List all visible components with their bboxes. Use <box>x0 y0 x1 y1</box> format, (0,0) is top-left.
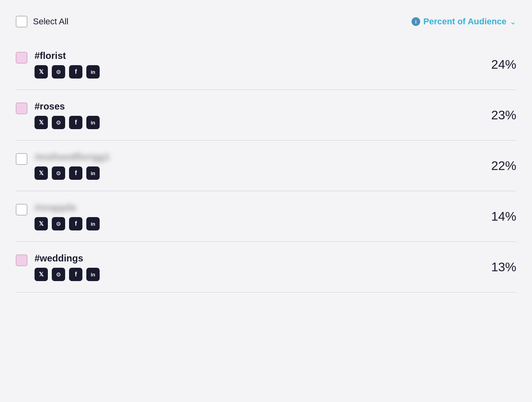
linkedin-icon[interactable]: in <box>86 217 100 230</box>
social-icons-florist: 𝕏⊙fin <box>35 65 100 79</box>
header-row: Select All i Percent of Audience ⌄ <box>16 8 516 39</box>
item-left-blurred1: #estheedflorigg1 𝕏⊙fin <box>16 152 110 180</box>
item-left-weddings: #weddings 𝕏⊙fin <box>16 253 100 281</box>
select-all-checkbox[interactable] <box>16 16 27 27</box>
checkbox-weddings[interactable] <box>16 254 27 266</box>
checkbox-blurred1[interactable] <box>16 153 27 165</box>
item-left-florist: #florist 𝕏⊙fin <box>16 50 100 79</box>
percent-blurred2: 14% <box>477 209 516 224</box>
hashtag-item-weddings: #weddings 𝕏⊙fin 13% <box>16 242 516 292</box>
instagram-icon[interactable]: ⊙ <box>52 217 65 230</box>
item-left-blurred2: #nrappile 𝕏⊙fin <box>16 202 100 230</box>
twitter-icon[interactable]: 𝕏 <box>35 116 48 129</box>
linkedin-icon[interactable]: in <box>86 166 100 180</box>
select-all-group: Select All <box>16 16 69 27</box>
checkbox-florist[interactable] <box>16 52 27 64</box>
twitter-icon[interactable]: 𝕏 <box>35 65 48 79</box>
twitter-icon[interactable]: 𝕏 <box>35 268 48 281</box>
percent-roses: 23% <box>477 108 516 122</box>
social-icons-roses: 𝕏⊙fin <box>35 116 100 129</box>
facebook-icon[interactable]: f <box>69 166 82 180</box>
hashtag-name-blurred1: #estheedflorigg1 <box>35 152 110 163</box>
twitter-icon[interactable]: 𝕏 <box>35 166 48 180</box>
checkbox-roses[interactable] <box>16 102 27 114</box>
twitter-icon[interactable]: 𝕏 <box>35 217 48 230</box>
hashtag-item-roses: #roses 𝕏⊙fin 23% <box>16 90 516 141</box>
instagram-icon[interactable]: ⊙ <box>52 116 65 129</box>
info-icon[interactable]: i <box>412 17 420 26</box>
linkedin-icon[interactable]: in <box>86 65 100 79</box>
item-content-weddings: #weddings 𝕏⊙fin <box>35 253 100 281</box>
hashtag-name-weddings: #weddings <box>35 253 100 264</box>
social-icons-blurred2: 𝕏⊙fin <box>35 217 100 230</box>
facebook-icon[interactable]: f <box>69 217 82 230</box>
item-content-blurred2: #nrappile 𝕏⊙fin <box>35 202 100 230</box>
item-content-roses: #roses 𝕏⊙fin <box>35 101 100 129</box>
social-icons-blurred1: 𝕏⊙fin <box>35 166 110 180</box>
percent-blurred1: 22% <box>477 159 516 173</box>
hashtag-list: #florist 𝕏⊙fin 24% #roses 𝕏⊙fin 23% #est… <box>16 39 516 292</box>
hashtag-item-blurred1: #estheedflorigg1 𝕏⊙fin 22% <box>16 141 516 191</box>
hashtag-name-roses: #roses <box>35 101 100 112</box>
social-icons-weddings: 𝕏⊙fin <box>35 268 100 281</box>
item-content-blurred1: #estheedflorigg1 𝕏⊙fin <box>35 152 110 180</box>
sort-group: i Percent of Audience ⌄ <box>412 16 516 27</box>
hashtag-name-florist: #florist <box>35 50 100 61</box>
percent-florist: 24% <box>477 57 516 72</box>
percent-weddings: 13% <box>477 260 516 274</box>
instagram-icon[interactable]: ⊙ <box>52 166 65 180</box>
instagram-icon[interactable]: ⊙ <box>52 65 65 79</box>
hashtag-name-blurred2: #nrappile <box>35 202 100 213</box>
checkbox-blurred2[interactable] <box>16 204 27 216</box>
linkedin-icon[interactable]: in <box>86 116 100 129</box>
sort-label[interactable]: Percent of Audience <box>423 16 506 27</box>
linkedin-icon[interactable]: in <box>86 268 100 281</box>
hashtag-item-florist: #florist 𝕏⊙fin 24% <box>16 39 516 90</box>
item-content-florist: #florist 𝕏⊙fin <box>35 50 100 79</box>
hashtag-item-blurred2: #nrappile 𝕏⊙fin 14% <box>16 191 516 242</box>
item-left-roses: #roses 𝕏⊙fin <box>16 101 100 129</box>
facebook-icon[interactable]: f <box>69 268 82 281</box>
facebook-icon[interactable]: f <box>69 116 82 129</box>
select-all-label: Select All <box>33 16 69 27</box>
chevron-down-icon[interactable]: ⌄ <box>510 17 516 26</box>
main-container: Select All i Percent of Audience ⌄ #flor… <box>0 0 532 300</box>
instagram-icon[interactable]: ⊙ <box>52 268 65 281</box>
facebook-icon[interactable]: f <box>69 65 82 79</box>
